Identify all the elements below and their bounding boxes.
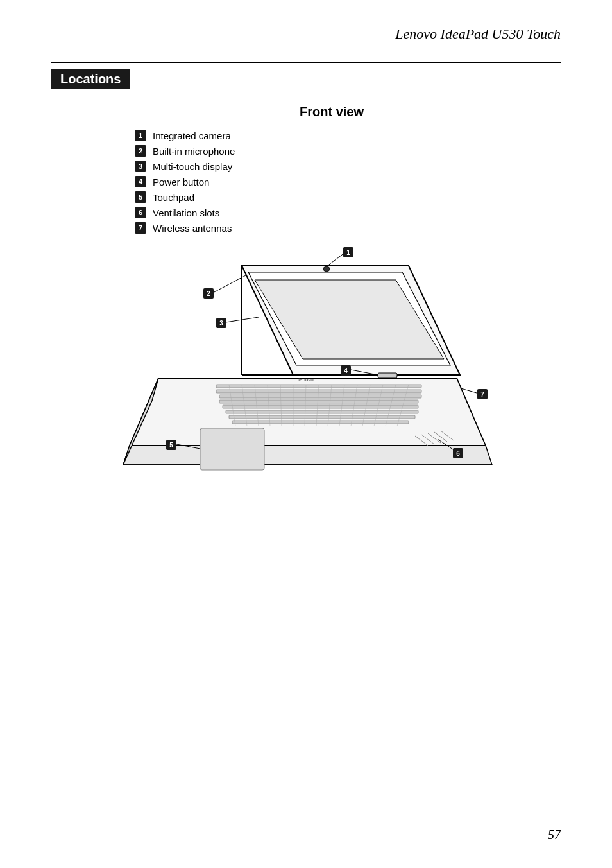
svg-rect-18 [232,421,409,424]
svg-text:6: 6 [456,450,460,457]
svg-rect-17 [229,415,415,419]
badge-5: 5 [135,191,146,203]
item-label-7: Wireless antennas [153,223,232,234]
svg-text:lenovo: lenovo [298,377,314,383]
list-item: 6 Ventilation slots [135,207,561,218]
svg-rect-12 [216,390,421,393]
page: Lenovo IdeaPad U530 Touch Locations Fron… [0,0,612,868]
svg-rect-36 [378,373,397,378]
list-item: 1 Integrated camera [135,130,561,141]
svg-text:5: 5 [169,442,173,449]
item-label-4: Power button [153,177,209,187]
svg-rect-14 [219,400,418,403]
svg-line-45 [213,275,246,293]
badge-1: 1 [135,130,146,141]
svg-line-42 [327,253,344,266]
svg-text:4: 4 [344,367,348,374]
svg-text:7: 7 [480,391,484,398]
parts-list: 1 Integrated camera 2 Built-in microphon… [135,130,561,234]
item-label-5: Touchpad [153,192,194,203]
svg-text:2: 2 [207,290,210,297]
header-title: Lenovo IdeaPad U530 Touch [51,26,561,42]
divider [51,62,561,63]
item-label-1: Integrated camera [153,130,231,141]
list-item: 4 Power button [135,176,561,187]
front-view-title: Front view [103,105,561,119]
item-label-2: Built-in microphone [153,146,235,157]
laptop-svg: lenovo 1 2 [101,247,511,510]
laptop-diagram: lenovo 1 2 [51,247,561,516]
svg-rect-15 [223,405,418,408]
list-item: 5 Touchpad [135,191,561,203]
item-label-6: Ventilation slots [153,207,219,218]
badge-3: 3 [135,161,146,172]
section-title: Locations [51,69,130,89]
item-label-3: Multi-touch display [153,161,232,172]
badge-4: 4 [135,176,146,187]
list-item: 2 Built-in microphone [135,145,561,157]
badge-7: 7 [135,222,146,234]
svg-marker-8 [123,446,492,465]
svg-text:1: 1 [346,249,350,256]
list-item: 7 Wireless antennas [135,222,561,234]
svg-point-4 [323,266,330,272]
badge-2: 2 [135,145,146,157]
svg-rect-34 [200,428,264,470]
svg-rect-13 [219,395,421,398]
svg-text:3: 3 [219,320,223,327]
list-item: 3 Multi-touch display [135,161,561,172]
badge-6: 6 [135,207,146,218]
page-number: 57 [548,828,561,842]
